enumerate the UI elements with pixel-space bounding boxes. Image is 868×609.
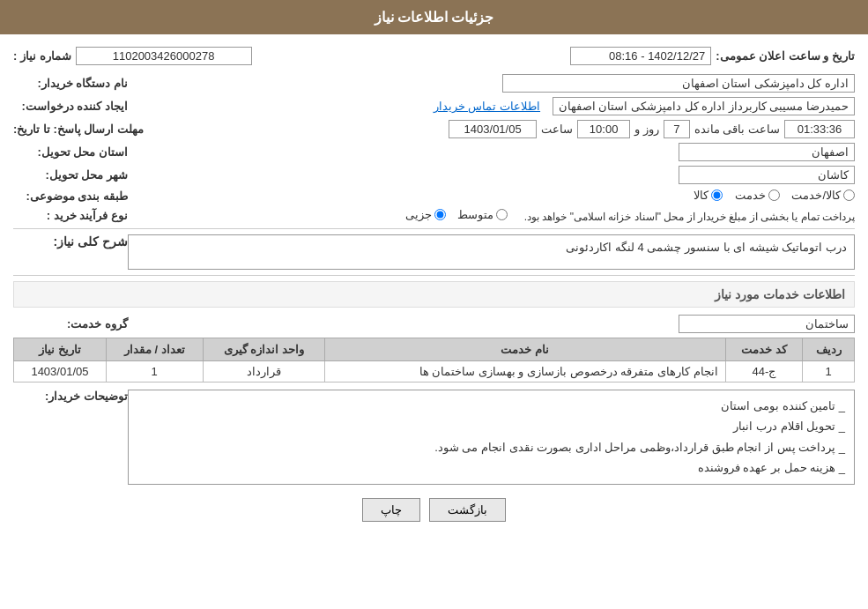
service-group-row: ساختمان گروه خدمت: (13, 315, 855, 333)
need-desc-value-container: درب اتوماتیک شیشه ای با سنسور چشمی 4 لنگ… (128, 234, 855, 270)
main-content: تاریخ و ساعت اعلان عمومی: 1402/12/27 - 0… (0, 34, 868, 544)
services-table-head: ردیف کد خدمت نام خدمت واحد اندازه گیری ت… (14, 338, 855, 361)
top-info-row: تاریخ و ساعت اعلان عمومی: 1402/12/27 - 0… (13, 43, 855, 69)
purchase-type-content: پرداخت تمام یا بخشی از مبلغ خریدار از مح… (128, 208, 855, 223)
category-kala: کالا (694, 189, 723, 202)
col-service-name: نام خدمت (324, 338, 725, 361)
creator-value-container: حمیدرضا مسیبی کاربرداز اداره کل دامپزشکی… (128, 97, 855, 115)
page-header: جزئیات اطلاعات نیاز (0, 0, 868, 34)
buyer-org-value: اداره کل دامپزشکی استان اصفهان (502, 74, 855, 93)
purchase-jozee: جزیی (405, 208, 446, 221)
reply-time-label: ساعت (541, 123, 573, 136)
divider-2 (13, 275, 855, 276)
col-service-code: کد خدمت (725, 338, 803, 361)
deadline-date-row: 01:33:36 ساعت باقی مانده 7 روز و 10:00 س… (144, 120, 855, 138)
purchase-note: پرداخت تمام یا بخشی از مبلغ خریدار از مح… (524, 211, 855, 223)
reply-remain-value: 01:33:36 (784, 120, 855, 138)
buyer-notes-box: _ تامین کننده بومی استان_ تحویل اقلام در… (128, 390, 855, 485)
buyer-org-row: اداره کل دامپزشکی استان اصفهان نام دستگا… (13, 74, 855, 93)
category-radio-khidmat[interactable] (768, 189, 780, 201)
service-group-value: ساختمان (679, 315, 855, 333)
need-desc-box: درب اتوماتیک شیشه ای با سنسور چشمی 4 لنگ… (128, 234, 855, 270)
need-number-value: 1102003426000278 (76, 47, 252, 65)
need-number-section: 1102003426000278 شماره نیاز : (13, 47, 252, 65)
reply-remain-label: ساعت باقی مانده (694, 123, 780, 136)
buyer-org-value-container: اداره کل دامپزشکی استان اصفهان (128, 74, 855, 93)
page-title: جزئیات اطلاعات نیاز (375, 10, 494, 25)
category-options: کالا/خدمت خدمت کالا (128, 189, 855, 204)
buyer-org-label: نام دستگاه خریدار: (13, 77, 128, 90)
service-group-label: گروه خدمت: (13, 317, 128, 330)
purchase-type-row: پرداخت تمام یا بخشی از مبلغ خریدار از مح… (13, 208, 855, 223)
need-desc-label: شرح کلی نیاز: (13, 234, 128, 249)
print-button[interactable]: چاپ (362, 498, 420, 522)
date-label: تاریخ و ساعت اعلان عمومی: (716, 49, 855, 63)
contact-info-link[interactable]: اطلاعات تماس خریدار (434, 100, 540, 113)
purchase-radio-jozee[interactable] (434, 209, 446, 220)
services-table-body: 1ج-44انجام کارهای متفرقه درخصوص بازسازی … (14, 361, 855, 382)
buttons-row: بازگشت چاپ (13, 498, 855, 522)
creator-value: حمیدرضا مسیبی کاربرداز اداره کل دامپزشکی… (553, 97, 855, 115)
reply-deadline-values: 01:33:36 ساعت باقی مانده 7 روز و 10:00 س… (144, 120, 855, 138)
province-value-container: اصفهان (128, 143, 855, 161)
city-value-container: کاشان (128, 166, 855, 184)
buyer-note-line: _ تحویل اقلام درب انبار (137, 416, 845, 436)
reply-date-value: 1403/01/05 (449, 120, 537, 138)
province-value: اصفهان (679, 143, 855, 161)
purchase-type-label: نوع فرآیند خرید : (13, 209, 128, 222)
table-row: 1ج-44انجام کارهای متفرقه درخصوص بازسازی … (14, 361, 855, 382)
services-table-header-row: ردیف کد خدمت نام خدمت واحد اندازه گیری ت… (14, 338, 855, 361)
category-khidmat: خدمت (735, 189, 780, 202)
col-row-num: ردیف (803, 338, 855, 361)
city-value: کاشان (679, 166, 855, 184)
services-table: ردیف کد خدمت نام خدمت واحد اندازه گیری ت… (13, 338, 855, 382)
city-row: کاشان شهر محل تحویل: (13, 166, 855, 184)
category-kala-khidmat: کالا/خدمت (791, 189, 855, 202)
reply-time-value: 10:00 (577, 120, 630, 138)
category-label: طبقه بندی موضوعی: (13, 189, 128, 203)
date-section: تاریخ و ساعت اعلان عمومی: 1402/12/27 - 0… (570, 47, 855, 65)
date-value: 1402/12/27 - 08:16 (570, 47, 711, 65)
city-label: شهر محل تحویل: (13, 168, 128, 182)
creator-label: ایجاد کننده درخواست: (13, 100, 128, 113)
col-unit: واحد اندازه گیری (203, 338, 324, 361)
reply-deadline-label: مهلت ارسال پاسخ: تا تاریخ: (13, 123, 144, 136)
province-row: اصفهان استان محل تحویل: (13, 143, 855, 161)
reply-days-label: روز و (634, 123, 659, 136)
province-label: استان محل تحویل: (13, 145, 128, 159)
reply-deadline-row: 01:33:36 ساعت باقی مانده 7 روز و 10:00 س… (13, 120, 855, 138)
back-button[interactable]: بازگشت (429, 498, 506, 522)
buyer-notes-row: _ تامین کننده بومی استان_ تحویل اقلام در… (13, 390, 855, 485)
buyer-notes-label: توضیحات خریدار: (13, 390, 128, 403)
reply-days-value: 7 (664, 120, 690, 138)
need-desc-row: درب اتوماتیک شیشه ای با سنسور چشمی 4 لنگ… (13, 234, 855, 270)
creator-row: حمیدرضا مسیبی کاربرداز اداره کل دامپزشکی… (13, 97, 855, 115)
divider-1 (13, 228, 855, 229)
services-section-title: اطلاعات خدمات مورد نیاز (13, 281, 855, 308)
col-date: تاریخ نیاز (14, 338, 107, 361)
col-quantity: تعداد / مقدار (106, 338, 203, 361)
buyer-note-line: _ تامین کننده بومی استان (137, 396, 845, 416)
service-group-value-container: ساختمان (128, 315, 855, 333)
purchase-motaset: متوسط (457, 208, 508, 221)
need-number-label: شماره نیاز : (13, 49, 71, 63)
category-radio-kala-khidmat[interactable] (843, 189, 855, 201)
page-container: جزئیات اطلاعات نیاز تاریخ و ساعت اعلان ع… (0, 0, 868, 609)
category-row: کالا/خدمت خدمت کالا طبقه بندی موضوعی: (13, 189, 855, 204)
buyer-note-line: _ پرداخت پس از انجام طبق قرارداد،وظمی مر… (137, 437, 845, 457)
buyer-notes-content: _ تامین کننده بومی استان_ تحویل اقلام در… (128, 390, 855, 485)
buyer-note-line: _ هزینه حمل بر عهده فروشنده (137, 457, 845, 478)
category-radio-kala[interactable] (711, 189, 723, 201)
purchase-radio-motaset[interactable] (496, 209, 508, 220)
